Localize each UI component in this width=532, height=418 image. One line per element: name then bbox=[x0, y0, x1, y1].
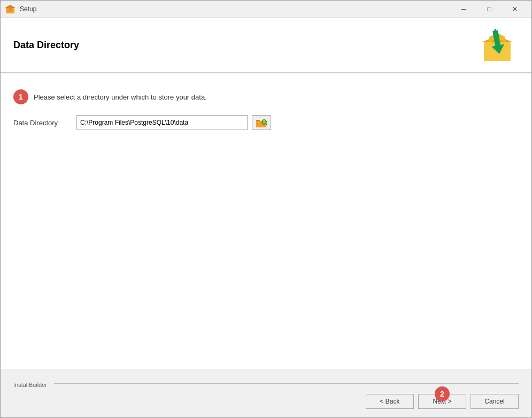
footer-line bbox=[54, 383, 519, 384]
data-directory-label: Data Directory bbox=[13, 119, 72, 127]
minimize-button[interactable]: ─ bbox=[451, 2, 476, 17]
data-directory-row: Data Directory bbox=[13, 115, 519, 130]
setup-window: Setup ─ □ ✕ Data Directory bbox=[0, 0, 532, 418]
close-button[interactable]: ✕ bbox=[503, 2, 527, 17]
step-badge-1: 1 bbox=[13, 89, 28, 104]
title-bar: Setup ─ □ ✕ bbox=[1, 1, 531, 18]
header-area: Data Directory bbox=[1, 18, 531, 73]
content-area: 1 Please select a directory under which … bbox=[1, 73, 531, 369]
installbuilder-label: InstallBuilder bbox=[13, 382, 47, 388]
instruction-row: 1 Please select a directory under which … bbox=[13, 89, 519, 104]
data-directory-input[interactable] bbox=[76, 115, 248, 130]
footer-buttons: < Back 2 Next > Cancel bbox=[366, 394, 519, 409]
header-logo bbox=[476, 26, 519, 64]
svg-line-12 bbox=[266, 124, 267, 125]
instruction-text-label: Please select a directory under which to… bbox=[34, 93, 207, 101]
footer-area: InstallBuilder < Back 2 Next > Cancel bbox=[1, 369, 531, 417]
next-button-wrapper: 2 Next > bbox=[418, 394, 466, 409]
window-controls: ─ □ ✕ bbox=[451, 2, 527, 17]
browse-button[interactable] bbox=[252, 115, 271, 130]
cancel-button[interactable]: Cancel bbox=[471, 394, 519, 409]
maximize-button[interactable]: □ bbox=[477, 2, 502, 17]
window-title: Setup bbox=[20, 5, 451, 13]
back-button[interactable]: < Back bbox=[366, 394, 414, 409]
page-title: Data Directory bbox=[13, 40, 79, 51]
step-badge-2: 2 bbox=[435, 386, 450, 401]
app-icon bbox=[5, 4, 16, 14]
svg-marker-10 bbox=[256, 120, 260, 121]
